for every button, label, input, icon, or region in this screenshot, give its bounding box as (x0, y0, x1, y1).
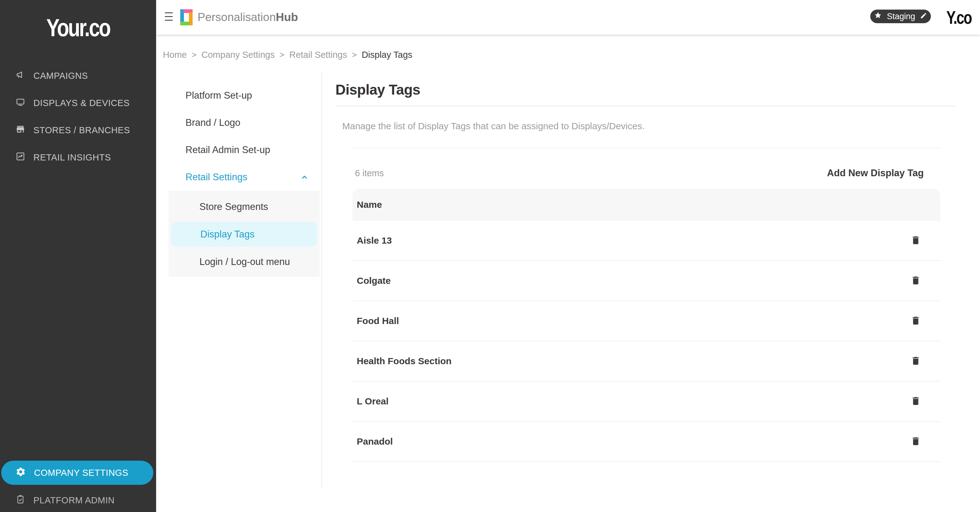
delete-button[interactable] (908, 313, 923, 328)
settings-nav-retail-settings[interactable]: Retail Settings (156, 164, 321, 191)
settings-nav-label: Platform Set-up (186, 90, 252, 101)
company-logo: Your.co (4, 13, 153, 42)
subnav-item-label: Login / Log-out menu (199, 256, 290, 267)
settings-nav-retail-admin-setup[interactable]: Retail Admin Set-up (156, 136, 321, 164)
chevron-up-icon (300, 173, 309, 182)
delete-button[interactable] (908, 394, 923, 409)
table-row: Food Hall (352, 301, 940, 341)
app-title-regular: Personalisation (197, 11, 276, 24)
corner-brand-logo: Y.co (946, 7, 971, 28)
table-row: Panadol (352, 422, 940, 462)
subnav-item-store-segments[interactable]: Store Segments (169, 196, 320, 218)
hamburger-menu-icon[interactable] (165, 13, 173, 21)
add-new-display-tag-button[interactable]: Add New Display Tag (827, 168, 924, 179)
breadcrumb-separator: > (280, 50, 285, 60)
display-tag-name: Panadol (357, 436, 393, 447)
monitor-icon (16, 97, 25, 109)
trash-icon (910, 396, 921, 407)
clipboard-icon (16, 495, 25, 506)
megaphone-icon (16, 70, 25, 82)
chart-icon (16, 151, 25, 164)
settings-nav-label: Brand / Logo (186, 117, 240, 128)
star-icon (874, 11, 882, 22)
trash-icon (910, 436, 921, 447)
page-title: Display Tags (336, 81, 420, 98)
card-toolbar: 6 items Add New Display Tag (352, 148, 940, 189)
sidebar-item-company-settings[interactable]: COMPANY SETTINGS (1, 461, 153, 485)
settings-nav-label: Retail Settings (186, 172, 247, 183)
subnav-item-login-logout-menu[interactable]: Login / Log-out menu (169, 250, 320, 273)
settings-nav-platform-setup[interactable]: Platform Set-up (156, 82, 321, 109)
items-count: 6 items (355, 168, 383, 178)
sidebar-item-label: STORES / BRANCHES (33, 125, 130, 135)
trash-icon (910, 235, 921, 246)
sidebar-item-label: CAMPAIGNS (33, 71, 88, 81)
sidebar-item-label: DISPLAYS & DEVICES (33, 98, 129, 108)
app-title: PersonalisationHub (197, 0, 298, 35)
settings-nav: Platform Set-up Brand / Logo Retail Admi… (156, 82, 321, 191)
app-logo-icon[interactable] (180, 9, 192, 25)
retail-settings-subpanel: Store Segments Display Tags Login / Log-… (169, 191, 320, 277)
page-description: Manage the list of Display Tags that can… (342, 121, 644, 131)
sidebar-item-displays-devices[interactable]: DISPLAYS & DEVICES (0, 89, 156, 116)
delete-button[interactable] (908, 434, 923, 449)
sidebar-item-campaigns[interactable]: CAMPAIGNS (0, 62, 156, 89)
environment-badge-label: Staging (887, 12, 915, 21)
delete-button[interactable] (908, 354, 923, 369)
breadcrumb-home[interactable]: Home (163, 50, 187, 60)
title-divider (336, 106, 956, 107)
gear-icon (16, 467, 26, 479)
subnav-item-display-tags[interactable]: Display Tags (171, 222, 317, 247)
storefront-icon (16, 124, 25, 136)
delete-button[interactable] (908, 233, 923, 248)
display-tag-name: Food Hall (357, 316, 399, 326)
subnav-item-label: Store Segments (199, 201, 268, 212)
sidebar-item-label: PLATFORM ADMIN (33, 495, 115, 506)
environment-badge[interactable]: Staging (870, 10, 931, 23)
sidebar-item-label: COMPANY SETTINGS (34, 468, 128, 478)
app-title-bold: Hub (276, 11, 298, 24)
settings-nav-brand-logo[interactable]: Brand / Logo (156, 109, 321, 136)
trash-icon (910, 275, 921, 286)
breadcrumb: Home > Company Settings > Retail Setting… (163, 50, 412, 60)
table-header-name: Name (357, 199, 382, 210)
display-tag-name: Colgate (357, 275, 391, 286)
delete-button[interactable] (908, 273, 923, 288)
sidebar-nav: CAMPAIGNS DISPLAYS & DEVICES STORES / BR… (0, 62, 156, 171)
display-tag-name: L Oreal (357, 396, 388, 407)
breadcrumb-current-page: Display Tags (362, 50, 412, 60)
pencil-icon (920, 12, 927, 21)
table-row: Health Foods Section (352, 341, 940, 382)
sidebar-item-platform-admin[interactable]: PLATFORM ADMIN (0, 488, 156, 512)
table-header: Name (352, 189, 940, 221)
subnav-item-label: Display Tags (200, 229, 255, 240)
trash-icon (910, 315, 921, 327)
content-divider (321, 71, 322, 488)
table-row: Aisle 13 (352, 221, 940, 261)
table-row: L Oreal (352, 382, 940, 422)
sidebar-item-retail-insights[interactable]: RETAIL INSIGHTS (0, 144, 156, 171)
display-tag-name: Aisle 13 (357, 235, 392, 246)
display-tag-name: Health Foods Section (357, 356, 452, 366)
display-tags-card: 6 items Add New Display Tag Name Aisle 1… (352, 148, 940, 462)
sidebar-item-stores-branches[interactable]: STORES / BRANCHES (0, 116, 156, 144)
sidebar-item-label: RETAIL INSIGHTS (33, 153, 111, 163)
breadcrumb-separator: > (192, 50, 196, 60)
trash-icon (910, 356, 921, 367)
breadcrumb-retail-settings[interactable]: Retail Settings (290, 50, 347, 60)
main-sidebar: Your.co CAMPAIGNS DISPLAYS & DEVICES (0, 0, 156, 512)
table-row: Colgate (352, 261, 940, 301)
top-bar: PersonalisationHub Staging Y.co (156, 0, 980, 35)
settings-nav-label: Retail Admin Set-up (186, 145, 270, 156)
breadcrumb-company-settings[interactable]: Company Settings (202, 50, 275, 60)
breadcrumb-separator: > (352, 50, 357, 60)
